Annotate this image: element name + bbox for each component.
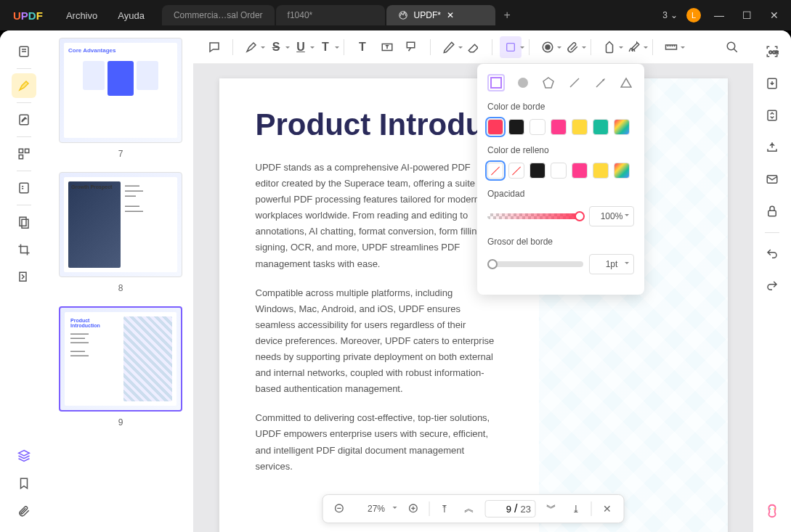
add-tab-button[interactable]: + [497, 5, 518, 25]
fill-color-row [487, 163, 634, 179]
border-color-pink[interactable] [551, 119, 567, 135]
zoom-select[interactable]: 27% [354, 504, 398, 514]
minimize-button[interactable]: — [710, 6, 729, 25]
shape-polygon[interactable] [541, 74, 557, 91]
prev-page-icon[interactable]: ︽ [460, 499, 479, 518]
note-icon[interactable] [203, 36, 225, 58]
protect-icon[interactable] [760, 199, 784, 224]
border-width-row: 1pt [487, 254, 634, 274]
tab-1-label: Commercia…sal Order [174, 10, 263, 20]
shape-line[interactable] [567, 74, 583, 91]
bookmark-icon[interactable] [12, 471, 36, 496]
close-button[interactable]: ✕ [765, 6, 784, 25]
menu-file[interactable]: Archivo [56, 10, 108, 21]
opacity-select[interactable]: 100% [589, 206, 634, 226]
ai-icon[interactable] [760, 499, 784, 523]
border-color-white[interactable] [530, 119, 545, 135]
fill-color-black[interactable] [530, 163, 545, 179]
share-icon[interactable] [760, 135, 784, 160]
first-page-icon[interactable]: ⤒ [435, 499, 454, 518]
svg-rect-8 [22, 219, 28, 228]
width-slider[interactable] [487, 261, 583, 267]
signature-icon[interactable] [623, 36, 645, 58]
svg-point-32 [774, 508, 775, 510]
edit-mode-icon[interactable] [12, 107, 36, 132]
close-bar-icon[interactable]: ✕ [598, 499, 617, 518]
next-page-icon[interactable]: ︾ [542, 499, 561, 518]
zoom-out-icon[interactable] [330, 499, 349, 518]
redo-icon[interactable] [760, 274, 784, 298]
attachment-icon[interactable] [12, 499, 36, 523]
opacity-row: 100% [487, 206, 634, 226]
convert-icon[interactable] [760, 103, 784, 128]
separator [17, 102, 31, 103]
textbox-icon[interactable] [376, 36, 398, 58]
opacity-slider[interactable] [487, 213, 583, 219]
email-icon[interactable] [760, 167, 784, 192]
shape-arrow[interactable] [593, 74, 609, 91]
reader-mode-icon[interactable] [12, 39, 36, 64]
fill-color-pink[interactable] [572, 163, 588, 179]
organize-mode-icon[interactable] [12, 142, 36, 166]
thumbnail-9[interactable]: Product Introduction▬▬▬▬▬▬▬▬▬▬▬▬▬▬▬▬▬▬▬▬… [59, 306, 182, 412]
shape-icon[interactable] [500, 36, 522, 58]
svg-line-20 [570, 78, 579, 87]
separator [17, 171, 31, 171]
avatar[interactable]: L [686, 8, 701, 22]
shape-triangle[interactable] [618, 74, 634, 91]
last-page-icon[interactable]: ⤓ [567, 499, 585, 518]
border-color-teal[interactable] [593, 119, 609, 135]
undo-icon[interactable] [760, 242, 784, 266]
menu-help[interactable]: Ayuda [108, 10, 155, 21]
measure-icon[interactable] [660, 36, 682, 58]
border-color-custom[interactable] [614, 119, 630, 135]
zoom-in-icon[interactable] [404, 499, 423, 518]
page-input[interactable] [490, 504, 511, 515]
fill-color-none-1[interactable] [487, 163, 503, 179]
ocr-icon[interactable]: OCR [760, 39, 784, 64]
crop-icon[interactable] [12, 237, 36, 262]
sticker-icon[interactable] [599, 36, 620, 58]
text-icon[interactable]: T [352, 36, 373, 58]
maximize-button[interactable]: ☐ [737, 6, 756, 25]
highlight-icon[interactable] [240, 36, 262, 58]
annotation-toolbar: S U T T [193, 30, 753, 64]
redact-icon[interactable] [12, 210, 36, 234]
comment-mode-icon[interactable] [12, 73, 36, 98]
fill-color-white[interactable] [551, 163, 567, 179]
width-select[interactable]: 1pt [589, 254, 634, 274]
border-color-black[interactable] [508, 119, 524, 135]
compress-icon[interactable] [12, 265, 36, 290]
tab-3[interactable]: UPDF* ✕ [386, 5, 495, 25]
form-mode-icon[interactable] [12, 176, 36, 200]
page-view[interactable]: Product Introduction UPDF stands as a co… [193, 64, 753, 532]
fill-color-none-2[interactable] [508, 163, 524, 179]
underline-icon[interactable]: U [290, 36, 312, 58]
close-icon[interactable]: ✕ [447, 10, 454, 20]
fill-color-custom[interactable] [614, 163, 630, 179]
notification-indicator[interactable]: 3⌄ [662, 10, 678, 20]
tab-1[interactable]: Commercia…sal Order [162, 5, 275, 25]
shape-circle[interactable] [515, 74, 531, 91]
tab-2[interactable]: f1040* [276, 5, 385, 25]
tab-strip: Commercia…sal Order f1040* UPDF* ✕ + [162, 5, 662, 25]
content-area: S U T T Product Intro [193, 30, 753, 532]
stamp-icon[interactable] [537, 36, 559, 58]
border-color-yellow[interactable] [572, 119, 588, 135]
shape-rectangle[interactable] [487, 74, 505, 91]
squiggly-icon[interactable]: T [315, 36, 336, 58]
svg-rect-9 [20, 272, 26, 281]
eraser-icon[interactable] [463, 36, 484, 58]
border-color-red[interactable] [487, 119, 503, 135]
layers-icon[interactable] [12, 443, 36, 468]
callout-icon[interactable] [401, 36, 423, 58]
export-icon[interactable] [760, 71, 784, 96]
strikethrough-icon[interactable]: S [265, 36, 287, 58]
pencil-icon[interactable] [438, 36, 460, 58]
thumbnail-7[interactable]: Core Advantages [59, 38, 182, 143]
search-icon[interactable] [721, 36, 743, 58]
attach-icon[interactable] [561, 36, 583, 58]
sidebar-right: OCR [753, 30, 791, 532]
thumbnail-8[interactable]: Growth Prospect▬▬▬▬▬▬▬▬▬▬▬▬▬▬▬▬▬▬▬▬▬ [59, 172, 182, 277]
fill-color-yellow[interactable] [593, 163, 609, 179]
